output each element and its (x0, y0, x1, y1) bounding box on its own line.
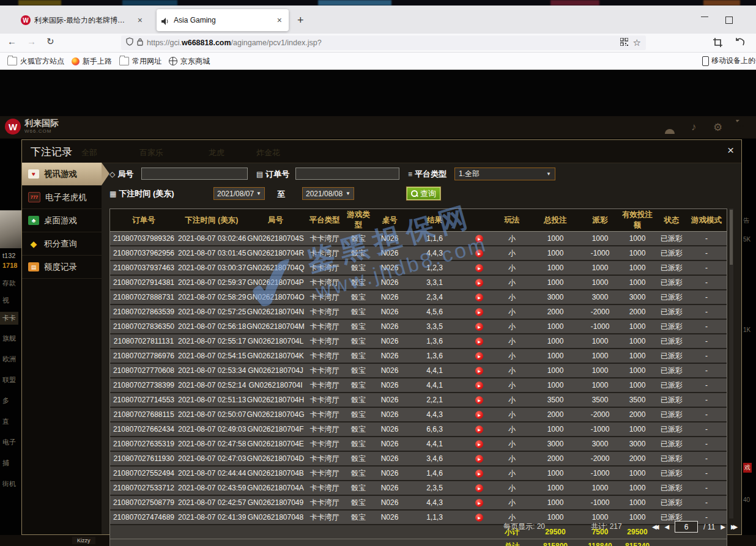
background-left-nav: t1321718存款视卡卡旗舰欧洲联盟多直电子捕街机 (0, 208, 21, 546)
undo-arrow-icon[interactable] (735, 37, 745, 49)
replay-play-icon[interactable]: ▶ (475, 352, 483, 360)
browser-navbar: ← → ↻ https://gci.w668818.com/agingame/p… (0, 34, 756, 53)
bookmark-item[interactable]: 京东商城 (169, 56, 210, 67)
replay-play-icon[interactable]: ▶ (475, 338, 483, 345)
date-from-select[interactable]: 2021/08/07 ▼ (213, 187, 265, 200)
sidebar-item-record[interactable]: ▤额度记录 (22, 256, 102, 279)
replay-play-icon[interactable]: ▶ (475, 411, 483, 419)
roadmap-table-label: Kizzy (72, 537, 95, 544)
modal-sidebar: ♥视讯游戏777电子老虎机♣桌面游戏◆积分查询▤额度记录 (22, 163, 102, 534)
url-path: /agingame/pcv1/index.jsp? (231, 39, 322, 47)
replay-play-icon[interactable]: ▶ (475, 367, 483, 375)
payout-cell: 1000 (582, 334, 618, 349)
replay-play-icon[interactable]: ▶ (475, 279, 483, 287)
url-text[interactable]: https://gci.w668818.com/agingame/pcv1/in… (147, 39, 615, 47)
replay-play-icon[interactable]: ▶ (475, 440, 483, 448)
first-page-icon[interactable]: ◀◀ (652, 523, 659, 530)
cell: 小 (495, 393, 528, 407)
music-icon[interactable]: ♪ (691, 121, 697, 133)
replay-play-icon[interactable]: ▶ (475, 455, 483, 463)
replay-play-icon[interactable]: ▶ (475, 293, 483, 301)
replay-play-icon[interactable]: ▶ (475, 470, 483, 478)
url-bar[interactable]: https://gci.w668818.com/agingame/pcv1/in… (121, 35, 646, 50)
date-to-select[interactable]: 2021/08/08 ▼ (302, 187, 354, 200)
replay-play-icon[interactable]: ▶ (475, 484, 483, 492)
settings-gear-icon[interactable]: ⚙ (713, 121, 722, 134)
bookmark-item[interactable]: 新手上路 (72, 56, 112, 67)
screenshot-crop-icon[interactable] (713, 38, 722, 50)
replay-play-icon[interactable]: ▶ (475, 308, 483, 316)
next-page-icon[interactable]: ▶ (721, 523, 725, 530)
lock-icon[interactable] (137, 38, 143, 48)
last-page-icon[interactable]: ▶▶ (731, 523, 738, 530)
page-number-input[interactable] (675, 521, 698, 533)
cell: 210807027888731 (110, 290, 177, 304)
cell: N026 (373, 363, 406, 378)
sidebar-item-slots[interactable]: 777电子老虎机 (22, 186, 102, 209)
cell: 210807027552494 (110, 466, 177, 481)
cell: - (686, 260, 727, 275)
replay-play-icon[interactable]: ▶ (475, 235, 483, 243)
window-minimize-button[interactable] (701, 17, 708, 17)
tab-asia-gaming[interactable]: Asia Gaming × (157, 9, 289, 31)
cell: 1,1,6 (406, 232, 463, 246)
window-maximize-button[interactable] (725, 17, 733, 24)
cell: 小 (495, 422, 528, 437)
left-nav-fragment: t132 (2, 252, 15, 259)
replay-play-icon[interactable]: ▶ (475, 249, 483, 257)
bookmark-item[interactable]: 常用网址 (119, 56, 161, 67)
forward-button[interactable]: → (27, 36, 36, 46)
platform-type-select[interactable]: 1.全部 ▼ (454, 168, 555, 180)
tab-close-icon[interactable]: × (136, 15, 144, 25)
mobile-bookmarks-label: 移动设备上的书签 (711, 56, 756, 66)
cell: 1000 (618, 319, 657, 334)
cell: - (686, 451, 727, 466)
cell: 卡卡湾厅 (305, 495, 344, 510)
qr-code-icon[interactable] (620, 38, 628, 48)
browser-tabbar: W 利来国际-最给力的老牌博彩网址 × Asia Gaming × + (0, 6, 756, 34)
mobile-bookmarks-item[interactable]: 移动设备上的书签 (702, 56, 756, 66)
status-badge: 已派彩 (657, 407, 686, 422)
back-button[interactable]: ← (7, 36, 17, 46)
shield-icon[interactable] (126, 37, 133, 48)
replay-play-icon[interactable]: ▶ (475, 426, 483, 433)
firefox-icon (72, 57, 80, 65)
sidebar-item-table-games[interactable]: ♣桌面游戏 (22, 209, 102, 232)
replay-cell: ▶ (463, 495, 495, 510)
cell: N026 (373, 393, 406, 407)
sidebar-item-label: 电子老虎机 (45, 192, 87, 203)
new-tab-button[interactable]: + (297, 14, 304, 27)
cell: 卡卡湾厅 (305, 437, 344, 451)
cell: 2021-08-07 02:47:58 (177, 437, 246, 451)
tab-close-icon[interactable]: × (275, 15, 284, 25)
replay-play-icon[interactable]: ▶ (475, 382, 483, 389)
table-scrollbar[interactable] (729, 208, 733, 518)
replay-play-icon[interactable]: ▶ (475, 396, 483, 404)
cell: 小 (495, 319, 528, 334)
cell: 1000 (528, 481, 582, 495)
status-badge: 已派彩 (657, 393, 686, 407)
modal-close-icon[interactable]: × (727, 144, 734, 156)
cell: 4,4,1 (406, 363, 463, 378)
cell: 210807027738399 (110, 378, 177, 393)
replay-play-icon[interactable]: ▶ (475, 323, 483, 331)
reload-button[interactable]: ↻ (46, 36, 54, 47)
prev-page-icon[interactable]: ◀ (664, 523, 669, 530)
round-number-input[interactable] (141, 168, 248, 180)
sidebar-item-points[interactable]: ◆积分查询 (22, 232, 102, 256)
bookmark-item[interactable]: 火狐官方站点 (7, 56, 64, 67)
search-button[interactable]: 查询 (406, 186, 441, 201)
sidebar-item-cards[interactable]: ♥视讯游戏 (22, 163, 102, 186)
bookmark-star-icon[interactable]: ☆ (633, 37, 641, 48)
order-number-input[interactable] (295, 168, 399, 180)
scrollbar-thumb[interactable] (730, 210, 733, 265)
payout-cell: 3000 (582, 290, 618, 304)
replay-play-icon[interactable]: ▶ (475, 264, 483, 272)
tab-casino-site[interactable]: W 利来国际-最给力的老牌博彩网址 × (16, 9, 149, 31)
table-row: 2108070276881152021-08-07 02:50:07GN0262… (110, 407, 727, 422)
replay-play-icon[interactable]: ▶ (475, 499, 483, 507)
cell: 骰宝 (344, 422, 373, 437)
cell: 1000 (618, 334, 657, 349)
background-right-fragments: 告5K1K戏409K (742, 208, 756, 546)
status-badge: 已派彩 (657, 246, 686, 260)
